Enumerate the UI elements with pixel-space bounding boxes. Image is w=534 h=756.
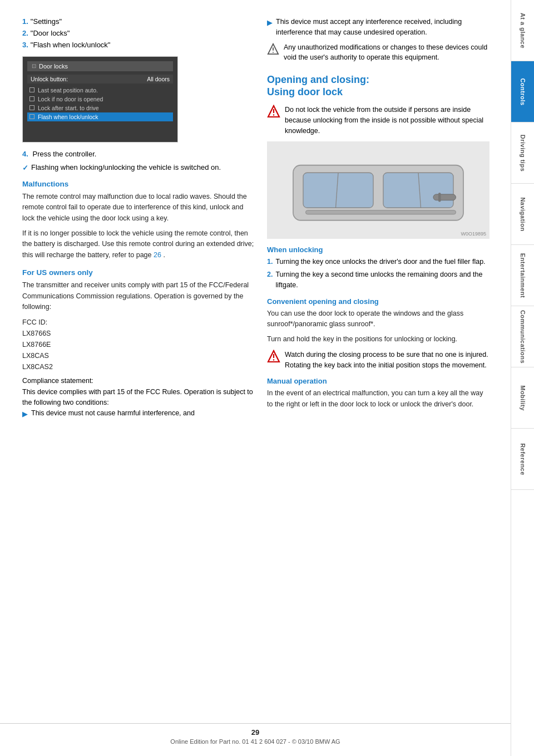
sidebar-tab-entertainment-label: Entertainment	[520, 253, 526, 297]
sidebar-tab-reference-label: Reference	[520, 443, 526, 475]
convenient-warning-text: Watch during the closing process to be s…	[285, 350, 490, 371]
car-img-label: W0O19895	[461, 231, 486, 237]
warning-triangle-icon-2	[267, 350, 280, 363]
sidebar-tab-navigation-label: Navigation	[520, 197, 526, 231]
right-column: ▶ This device must accept any interferen…	[267, 17, 490, 723]
unlock-step-1-text: Turning the key once unlocks the driver'…	[275, 257, 485, 267]
unlock-step-2-text: Turning the key a second time unlocks th…	[275, 269, 490, 291]
manual-operation-text: In the event of an electrical malfunctio…	[267, 388, 490, 410]
door-locks-icon: ⊡	[32, 63, 36, 69]
screenshot-inner: ⊡ Door locks Unlock button: All doors La…	[23, 57, 177, 142]
car-door-svg	[278, 146, 478, 234]
step-2: 2."Door locks"	[22, 28, 256, 38]
bullet-1: ▶ This device must not cause harmful int…	[22, 408, 256, 420]
sidebar-tab-entertainment[interactable]: Entertainment	[511, 245, 534, 306]
step-3: 3."Flash when lock/unlock"	[22, 40, 256, 50]
compliance-block: Compliance statement: This device compli…	[22, 376, 256, 408]
sidebar-tab-communications[interactable]: Communications	[511, 306, 534, 367]
when-unlocking-heading: When unlocking	[267, 246, 490, 254]
warning-text: Any unauthorized modifications or change…	[284, 42, 490, 63]
unlock-step-2-num: 2.	[267, 269, 273, 291]
step-4-text: Press the controller.	[32, 150, 96, 158]
car-image: W0O19895	[267, 141, 490, 239]
unlock-row: Unlock button: All doors	[27, 75, 173, 84]
step-3-num: 3.	[22, 41, 28, 49]
for-us-para1: The transmitter and receiver units compl…	[22, 280, 256, 312]
malfunctions-para1: The remote control may malfunction due t…	[22, 192, 256, 224]
sidebar-tab-navigation[interactable]: Navigation	[511, 184, 534, 245]
manual-operation-heading: Manual operation	[267, 377, 490, 385]
screenshot-box: ⊡ Door locks Unlock button: All doors La…	[22, 56, 178, 143]
main-content: 1."Settings" 2."Door locks" 3."Flash whe…	[0, 0, 511, 756]
sidebar-tab-at-a-glance[interactable]: At a glance	[511, 0, 534, 61]
sidebar-tab-driving-tips-label: Driving tips	[520, 134, 526, 171]
svg-point-5	[273, 114, 274, 115]
step-1-num: 1.	[22, 17, 28, 26]
for-us-heading: For US owners only	[22, 268, 256, 277]
sidebar-tab-reference[interactable]: Reference	[511, 429, 534, 490]
checkbox-3	[29, 105, 34, 110]
screenshot-title: ⊡ Door locks	[27, 61, 173, 71]
malfunctions-para2: If it is no longer possible to lock the …	[22, 228, 256, 261]
sidebar-tab-at-a-glance-label: At a glance	[520, 12, 526, 48]
danger-note: Do not lock the vehicle from the outside…	[267, 105, 490, 136]
arrow-icon-1: ▶	[22, 409, 28, 420]
footer-text: Online Edition for Part no. 01 41 2 604 …	[170, 738, 340, 745]
danger-triangle-icon	[267, 105, 280, 118]
sidebar-tab-controls-label: Controls	[520, 78, 526, 105]
page-wrapper: 1."Settings" 2."Door locks" 3."Flash whe…	[0, 0, 534, 756]
checkbox-4	[29, 114, 34, 119]
row-4-selected: Flash when lock/unlock	[27, 112, 173, 121]
row-1: Last seat position auto.	[27, 86, 173, 95]
unlock-step-1: 1. Turning the key once unlocks the driv…	[267, 257, 490, 267]
opening-closing-heading: Opening and closing:Using door lock	[267, 74, 490, 98]
convenient-warning: Watch during the closing process to be s…	[267, 350, 490, 371]
svg-point-2	[273, 52, 274, 53]
convenient-para2: Turn and hold the key in the positions f…	[267, 334, 490, 345]
sidebar-tab-driving-tips[interactable]: Driving tips	[511, 122, 534, 184]
warning-note: Any unauthorized modifications or change…	[267, 42, 490, 63]
row-3: Lock after start. to drive	[27, 104, 173, 112]
checkmark-icon: ✓	[22, 163, 28, 173]
unlock-step-2: 2. Turning the key a second time unlocks…	[267, 269, 490, 291]
page-footer: 29 Online Edition for Part no. 01 41 2 6…	[0, 723, 511, 745]
svg-rect-11	[306, 210, 456, 214]
left-column: 1."Settings" 2."Door locks" 3."Flash whe…	[22, 17, 256, 723]
check-note: ✓ Flashing when locking/unlocking the ve…	[22, 163, 256, 173]
checkbox-1	[29, 87, 34, 92]
warning-triangle-icon	[267, 43, 279, 55]
sidebar-tab-communications-label: Communications	[520, 310, 526, 363]
when-unlocking-steps: 1. Turning the key once unlocks the driv…	[267, 257, 490, 290]
convenient-para1: You can use the door lock to operate the…	[267, 308, 490, 330]
sidebar: At a glance Controls Driving tips Naviga…	[511, 0, 534, 756]
svg-point-16	[273, 359, 274, 360]
danger-text: Do not lock the vehicle from the outside…	[285, 105, 490, 136]
sidebar-tab-controls[interactable]: Controls	[511, 61, 534, 122]
page-26-link[interactable]: 26	[154, 251, 161, 259]
unlock-step-1-num: 1.	[267, 257, 273, 267]
arrow-icon-2: ▶	[267, 17, 273, 28]
svg-rect-10	[438, 193, 441, 202]
step-2-num: 2.	[22, 29, 28, 37]
page-number: 29	[0, 728, 511, 737]
steps-list: 1."Settings" 2."Door locks" 3."Flash whe…	[22, 17, 256, 51]
fcc-block: FCC ID:LX8766SLX8766ELX8CASLX8CAS2	[22, 317, 256, 372]
row-2: Lock if no door is opened	[27, 95, 173, 104]
malfunctions-heading: Malfunctions	[22, 180, 256, 188]
step-1: 1."Settings"	[22, 17, 256, 27]
sidebar-tab-mobility[interactable]: Mobility	[511, 367, 534, 429]
check-note-text: Flashing when locking/unlocking the vehi…	[31, 163, 221, 173]
convenient-heading: Convenient opening and closing	[267, 297, 490, 306]
step-4: 4. Press the controller.	[22, 149, 256, 159]
sidebar-tab-mobility-label: Mobility	[520, 385, 526, 411]
bullet-1-text: This device must not cause harmful inter…	[31, 408, 195, 419]
step-4-num: 4.	[22, 150, 28, 158]
checkbox-2	[29, 96, 34, 101]
svg-rect-9	[433, 194, 456, 200]
bullet-2-text: This device must accept any interference…	[276, 17, 490, 38]
bullet-2: ▶ This device must accept any interferen…	[267, 17, 490, 38]
